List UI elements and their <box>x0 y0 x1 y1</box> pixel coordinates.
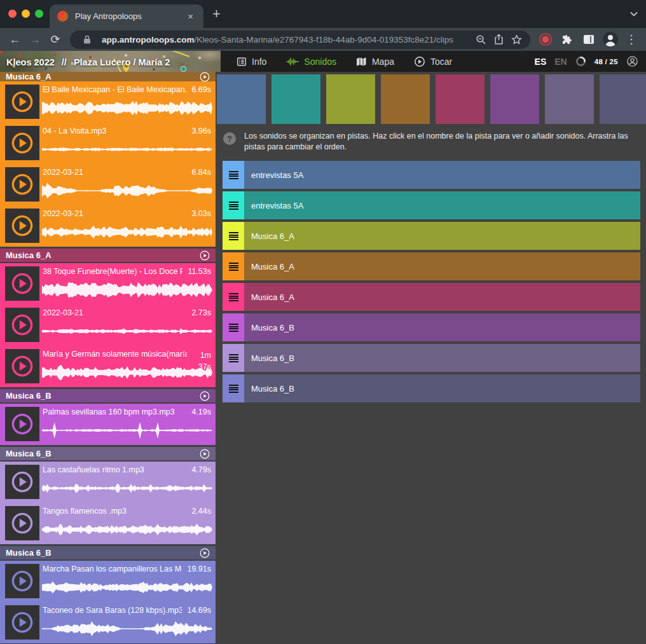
fullscreen-window-button[interactable] <box>35 10 43 18</box>
track-color-swatch[interactable] <box>381 74 430 124</box>
new-tab-button[interactable]: + <box>212 6 221 22</box>
tab-list-chevron-icon[interactable] <box>629 10 638 21</box>
reload-button[interactable]: ⟳ <box>46 30 65 49</box>
track-name-button[interactable]: entrevistas 5A <box>244 191 640 219</box>
track-row[interactable]: entrevistas 5A <box>223 161 640 189</box>
clip-item[interactable]: 2022-03-21 6.84s <box>0 164 216 205</box>
clip-play-button[interactable] <box>5 564 39 598</box>
drag-handle-icon <box>229 354 238 362</box>
clip-play-button[interactable] <box>5 308 39 342</box>
clip-play-button[interactable] <box>5 209 39 243</box>
clip-item[interactable]: 2022-03-21 2.73s <box>0 305 216 346</box>
side-panel-icon[interactable] <box>579 29 599 50</box>
share-icon[interactable] <box>490 31 507 48</box>
browser-menu-dots-icon[interactable]: ⋮ <box>622 30 641 49</box>
nav-info[interactable]: Info <box>237 57 266 67</box>
clip-play-button[interactable] <box>5 126 39 160</box>
clip-play-button[interactable] <box>5 506 39 540</box>
map-thumbnail[interactable]: Kleos 2022 // Plaza Lucero / María 2 <box>0 51 221 72</box>
track-drag-handle[interactable] <box>223 161 244 189</box>
track-row[interactable]: Musica 6_A <box>223 252 640 280</box>
app-header: Kleos 2022 // Plaza Lucero / María 2 Inf… <box>0 51 646 72</box>
track-row[interactable]: Musica 6_A <box>223 222 640 250</box>
track-row[interactable]: entrevistas 5A <box>223 191 640 219</box>
lang-es-button[interactable]: ES <box>535 57 547 67</box>
track-color-swatch[interactable] <box>271 74 320 124</box>
section-header[interactable]: Musica 6_B <box>0 546 216 559</box>
clip-play-button[interactable] <box>5 349 39 383</box>
forward-button[interactable]: → <box>25 30 45 49</box>
track-color-swatch[interactable] <box>217 74 266 124</box>
clip-item[interactable]: María y Germán solamente música(maría 2.… <box>0 346 216 387</box>
track-row[interactable]: Musica 6_B <box>223 374 640 402</box>
track-row[interactable]: Musica 6_A <box>223 283 640 311</box>
clip-play-button[interactable] <box>5 465 39 499</box>
clip-play-button[interactable] <box>5 167 39 202</box>
track-drag-handle[interactable] <box>223 191 244 219</box>
zoom-out-icon[interactable] <box>472 31 490 48</box>
track-drag-handle[interactable] <box>223 313 244 341</box>
track-name-button[interactable]: Musica 6_B <box>244 313 640 341</box>
clip-item[interactable]: El Baile Mexicapan - El Baile Mexicapan.… <box>0 81 216 123</box>
clip-item[interactable]: 04 - La Visita.mp3 3.96s <box>0 123 216 164</box>
track-name-button[interactable]: Musica 6_B <box>244 374 640 402</box>
minimize-window-button[interactable] <box>22 10 30 18</box>
profile-avatar[interactable] <box>600 29 621 50</box>
breadcrumb-project[interactable]: Kleos 2022 <box>6 57 55 67</box>
bookmark-star-icon[interactable] <box>507 31 525 48</box>
clip-item[interactable]: Palmas sevillanas 160 bpm mp3.mp3 4.19s <box>0 404 216 445</box>
browser-tab[interactable]: Play Antropoloops × <box>50 4 203 28</box>
track-name-button[interactable]: entrevistas 5A <box>244 161 640 189</box>
extensions-puzzle-icon[interactable] <box>557 29 577 50</box>
track-name-button[interactable]: Musica 6_A <box>244 283 640 311</box>
section-header[interactable]: Musica 6_A <box>0 249 216 262</box>
track-color-swatch[interactable] <box>326 74 375 124</box>
section-header[interactable]: Musica 6_B <box>0 389 216 402</box>
track-drag-handle[interactable] <box>223 252 244 280</box>
track-drag-handle[interactable] <box>223 344 244 372</box>
section-play-icon[interactable] <box>200 449 210 459</box>
account-icon[interactable] <box>626 55 638 67</box>
record-extension-icon[interactable] <box>535 29 556 50</box>
clip-item[interactable]: Marcha Pasan los campanilleros Las Mejor… <box>0 561 216 602</box>
clip-play-button[interactable] <box>5 407 39 441</box>
clip-play-button[interactable] <box>5 266 39 301</box>
section-header[interactable]: Musica 6_B <box>0 447 216 460</box>
nav-tocar[interactable]: Tocar <box>414 56 452 67</box>
clipped-section-header[interactable]: Musica 6_A <box>0 72 216 81</box>
section-play-icon[interactable] <box>200 72 210 81</box>
clip-play-button[interactable] <box>5 605 39 640</box>
track-color-swatch[interactable] <box>600 74 646 124</box>
track-name-button[interactable]: Musica 6_A <box>244 252 640 280</box>
clip-play-button[interactable] <box>5 85 39 119</box>
back-button[interactable]: ← <box>5 30 24 49</box>
section-header[interactable]: Musica 6_A <box>0 72 216 81</box>
section-play-icon[interactable] <box>200 548 210 558</box>
waveform-icon <box>286 57 299 67</box>
drag-handle-icon <box>229 263 238 271</box>
nav-mapa[interactable]: Mapa <box>356 57 394 67</box>
track-row[interactable]: Musica 6_B <box>223 313 640 341</box>
track-drag-handle[interactable] <box>223 283 244 311</box>
track-color-swatch[interactable] <box>436 74 484 124</box>
lang-en-button[interactable]: EN <box>554 57 567 67</box>
url-bar[interactable]: app.antropoloops.com/Kleos-Santa-Marina/… <box>70 31 530 49</box>
clip-item[interactable]: 2022-03-21 3.03s <box>0 205 216 247</box>
track-drag-handle[interactable] <box>223 374 244 402</box>
track-name-button[interactable]: Musica 6_B <box>244 344 640 372</box>
track-drag-handle[interactable] <box>223 222 244 250</box>
track-color-swatch[interactable] <box>490 74 539 124</box>
close-window-button[interactable] <box>8 10 17 18</box>
track-name-button[interactable]: Musica 6_A <box>244 222 640 250</box>
clip-item[interactable]: Taconeo de Sara Baras (128 kbps).mp3 14.… <box>0 602 216 643</box>
clip-item[interactable]: 38 Toque Funebre(Muerte) - Los Doce Par.… <box>0 263 216 305</box>
clip-item[interactable]: Tangos flamencos .mp3 2.44s <box>0 503 216 544</box>
close-tab-icon[interactable]: × <box>185 10 196 22</box>
clips-counter: 48 / 25 <box>594 58 618 65</box>
clip-item[interactable]: Las castañuelas ritmo 1.mp3 4.79s <box>0 462 216 503</box>
section-play-icon[interactable] <box>200 391 210 401</box>
track-color-swatch[interactable] <box>545 74 594 124</box>
section-play-icon[interactable] <box>200 250 210 261</box>
track-row[interactable]: Musica 6_B <box>223 344 640 372</box>
nav-sonidos[interactable]: Sonidos <box>286 57 336 67</box>
